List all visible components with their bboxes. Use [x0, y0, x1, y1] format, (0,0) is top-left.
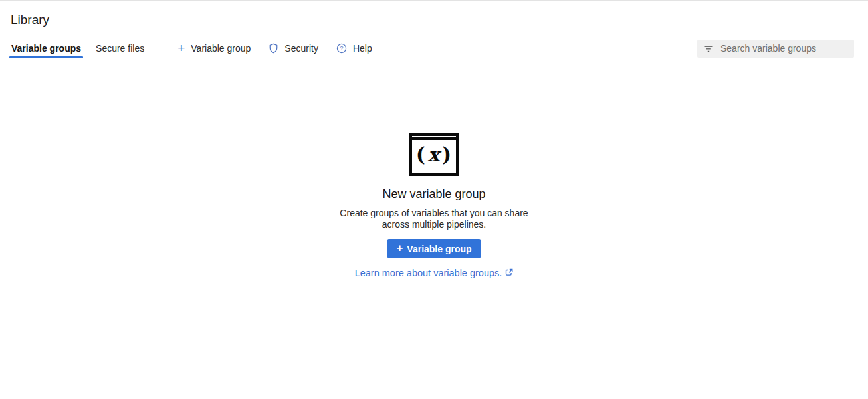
- help-icon: ?: [336, 43, 347, 54]
- add-variable-group-button[interactable]: + Variable group: [387, 239, 480, 258]
- tab-secure-files[interactable]: Secure files: [95, 35, 145, 62]
- add-variable-group-label: Variable group: [191, 43, 251, 54]
- external-link-icon: [505, 268, 513, 278]
- variable-group-icon: ( x ): [409, 133, 459, 176]
- svg-text:?: ?: [340, 45, 343, 52]
- icon-variable-x: x: [426, 145, 442, 165]
- tab-command-bar: Variable groups Secure files + Variable …: [0, 35, 868, 62]
- security-command[interactable]: Security: [269, 43, 318, 54]
- search-input[interactable]: [720, 43, 847, 54]
- variable-group-icon-body: ( x ): [412, 140, 456, 169]
- search-box[interactable]: [697, 40, 854, 58]
- icon-close-paren: ): [442, 145, 452, 165]
- tabs: Variable groups Secure files: [11, 35, 158, 62]
- tab-variable-groups-label: Variable groups: [11, 43, 81, 54]
- help-command[interactable]: ? Help: [336, 43, 372, 54]
- add-variable-group-command[interactable]: + Variable group: [177, 43, 251, 54]
- empty-state-description: Create groups of variables that you can …: [330, 208, 538, 230]
- plus-icon: +: [396, 242, 403, 254]
- filter-icon: [704, 44, 713, 53]
- learn-more-link[interactable]: Learn more about variable groups.: [355, 268, 514, 278]
- toolbar-divider: [167, 40, 167, 56]
- tab-variable-groups[interactable]: Variable groups: [11, 35, 82, 62]
- empty-state: ( x ) New variable group Create groups o…: [0, 62, 868, 278]
- empty-state-heading: New variable group: [382, 187, 485, 201]
- learn-more-label: Learn more about variable groups.: [355, 268, 502, 278]
- page-title: Library: [11, 13, 857, 27]
- help-label: Help: [353, 43, 372, 54]
- add-variable-group-button-label: Variable group: [407, 244, 471, 254]
- icon-open-paren: (: [416, 145, 426, 165]
- security-label: Security: [284, 43, 318, 54]
- tab-secure-files-label: Secure files: [96, 43, 144, 54]
- page-header: Library: [0, 1, 868, 35]
- shield-icon: [269, 43, 278, 54]
- plus-icon: +: [177, 42, 185, 54]
